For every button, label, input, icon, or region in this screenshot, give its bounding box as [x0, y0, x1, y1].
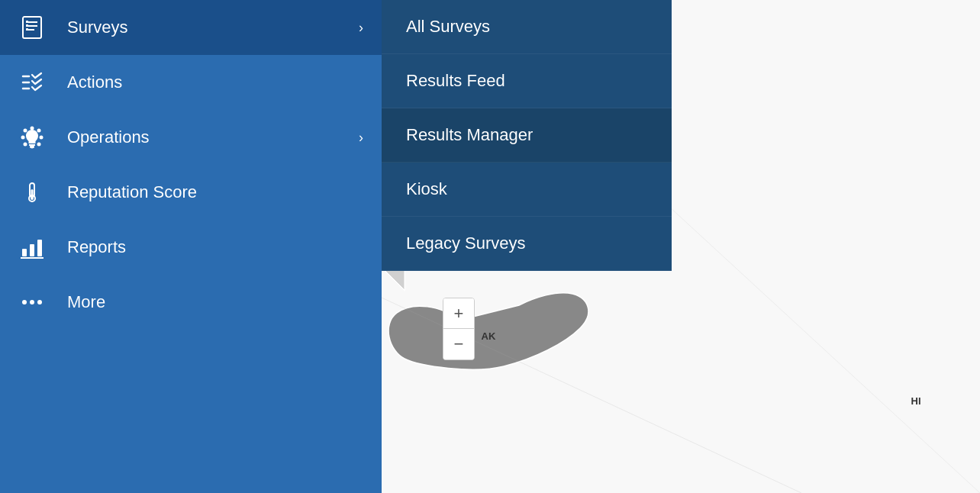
sidebar-item-actions-label: Actions	[67, 72, 363, 92]
surveys-icon	[18, 14, 46, 41]
surveys-submenu: All Surveys Results Feed Results Manager…	[382, 0, 672, 271]
operations-icon	[18, 124, 46, 151]
sidebar-item-reputation-score-label: Reputation Score	[67, 182, 363, 202]
svg-rect-25	[22, 249, 27, 256]
sidebar: Surveys › All Surveys Results Feed Resul…	[0, 0, 382, 493]
submenu-item-all-surveys[interactable]: All Surveys	[382, 0, 672, 54]
svg-point-11	[31, 127, 34, 130]
svg-rect-26	[30, 244, 34, 256]
svg-rect-27	[37, 240, 42, 256]
svg-rect-4	[26, 21, 28, 23]
svg-point-18	[24, 143, 27, 147]
svg-point-31	[37, 300, 42, 304]
submenu-item-results-feed[interactable]: Results Feed	[382, 54, 672, 108]
svg-rect-0	[23, 17, 41, 38]
svg-point-24	[31, 197, 34, 200]
submenu-item-kiosk[interactable]: Kiosk	[382, 163, 672, 217]
surveys-chevron-icon: ›	[359, 20, 363, 36]
svg-point-16	[37, 143, 41, 147]
sidebar-item-more-label: More	[67, 292, 363, 312]
state-label-ak: AK	[482, 330, 496, 342]
svg-rect-6	[26, 28, 28, 31]
sidebar-item-more[interactable]: More	[0, 275, 382, 330]
sidebar-item-actions[interactable]: Actions	[0, 55, 382, 110]
zoom-out-button[interactable]: −	[443, 329, 474, 359]
sidebar-item-reputation-score[interactable]: Reputation Score	[0, 165, 382, 220]
sidebar-item-operations-label: Operations	[67, 127, 337, 147]
state-label-hi: HI	[911, 395, 921, 407]
zoom-controls: + −	[443, 298, 475, 360]
svg-point-15	[24, 129, 27, 133]
svg-point-30	[30, 300, 34, 304]
svg-point-29	[22, 300, 27, 304]
submenu-item-legacy-surveys[interactable]: Legacy Surveys	[382, 217, 672, 271]
sidebar-item-surveys-label: Surveys	[67, 18, 337, 37]
more-icon	[18, 288, 46, 316]
sidebar-item-surveys[interactable]: Surveys › All Surveys Results Feed Resul…	[0, 0, 382, 55]
operations-chevron-icon: ›	[359, 130, 363, 146]
actions-icon	[18, 69, 46, 96]
reports-icon	[18, 234, 46, 261]
submenu-item-results-manager[interactable]: Results Manager	[382, 108, 672, 163]
zoom-in-button[interactable]: +	[443, 298, 474, 329]
sidebar-item-reports[interactable]: Reports	[0, 220, 382, 275]
sidebar-item-operations[interactable]: Operations ›	[0, 110, 382, 165]
reputation-score-icon	[18, 179, 46, 206]
svg-point-17	[37, 129, 41, 133]
svg-point-13	[21, 136, 25, 140]
svg-rect-5	[26, 24, 28, 27]
svg-point-14	[40, 136, 44, 140]
sidebar-item-reports-label: Reports	[67, 237, 363, 257]
